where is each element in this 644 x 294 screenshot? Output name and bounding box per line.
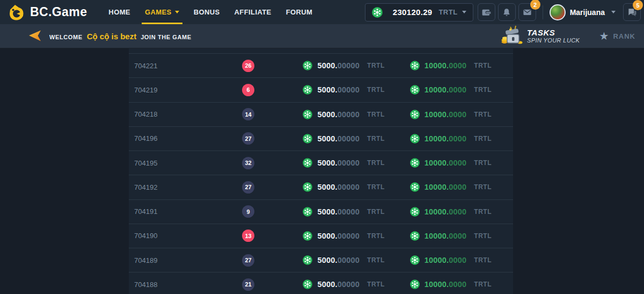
trtl-coin-icon xyxy=(410,207,420,217)
welcome-suffix: JOIN THE GAME xyxy=(141,34,192,40)
username[interactable]: Marijuana xyxy=(570,8,605,17)
welcome-prefix: WELCOME xyxy=(49,34,83,40)
result-cell: 27 xyxy=(209,132,287,145)
bet-currency: TRTL xyxy=(367,256,385,264)
result-number-badge: 13 xyxy=(242,230,254,242)
main-nav: HOME GAMES BONUS AFFILIATE FORUM xyxy=(108,0,312,24)
bet-value: 5000. xyxy=(317,183,337,191)
balance-selector[interactable]: 230120.29 TRTL xyxy=(365,3,473,21)
bet-value: 5000. xyxy=(317,110,337,119)
bet-currency: TRTL xyxy=(367,111,385,118)
nav-games[interactable]: GAMES xyxy=(145,0,179,24)
main-content: 704221 26 5000.00000 TRTL 10000.0000 TRT… xyxy=(0,48,644,294)
payout-currency: TRTL xyxy=(474,256,492,264)
trtl-coin-icon xyxy=(303,231,312,241)
amounts-cell: 5000.00000 TRTL 10000.0000 TRTL xyxy=(303,85,513,95)
payout-value: 10000. xyxy=(425,256,449,264)
trtl-coin-icon xyxy=(303,110,312,119)
payout-value: 10000. xyxy=(425,183,449,191)
chat-button[interactable]: 5 xyxy=(623,3,641,21)
notifications-button[interactable] xyxy=(498,3,516,21)
table-row[interactable]: 704192 27 5000.00000 TRTL 10000.0000 TRT… xyxy=(129,175,513,199)
avatar[interactable] xyxy=(550,4,566,20)
table-row[interactable]: 704191 9 5000.00000 TRTL 10000.0000 TRTL xyxy=(129,199,513,224)
result-cell: 14 xyxy=(209,108,287,120)
payout-fraction: 0000 xyxy=(449,85,466,94)
star-icon: ★ xyxy=(599,31,609,41)
bet-fraction: 00000 xyxy=(338,61,360,70)
payout-value: 10000. xyxy=(425,159,449,167)
balance-currency: TRTL xyxy=(438,8,457,16)
trtl-coin-icon xyxy=(303,158,312,168)
result-cell: 27 xyxy=(209,254,287,267)
bet-fraction: 00000 xyxy=(338,85,360,94)
result-number-badge: 27 xyxy=(242,132,254,145)
nav-bonus[interactable]: BONUS xyxy=(194,0,220,24)
result-number-badge: 6 xyxy=(242,84,254,96)
wallet-button[interactable] xyxy=(478,3,495,21)
header-divider xyxy=(543,5,543,19)
balance-amount: 230120.29 xyxy=(393,8,433,17)
result-cell: 32 xyxy=(209,157,287,169)
bet-fraction: 00000 xyxy=(338,159,360,167)
result-cell: 26 xyxy=(209,60,287,72)
round-id: 704196 xyxy=(129,134,209,142)
chevron-down-icon[interactable] xyxy=(611,11,616,13)
rank-widget[interactable]: ★ RANK xyxy=(599,24,636,48)
bet-amount: 5000.00000 TRTL xyxy=(303,207,384,217)
result-number-badge: 26 xyxy=(242,60,254,72)
round-id: 704195 xyxy=(129,159,209,167)
chevron-down-icon xyxy=(462,11,466,13)
table-row[interactable]: 704189 27 5000.00000 TRTL 10000.0000 TRT… xyxy=(129,248,513,272)
tasks-text: TASKS SPIN YOUR LUCK xyxy=(527,28,580,44)
round-id: 704192 xyxy=(129,183,209,191)
bcgame-logo[interactable]: BC.Game xyxy=(8,4,87,21)
amounts-cell: 5000.00000 TRTL 10000.0000 TRTL xyxy=(303,279,513,289)
table-row[interactable]: 704195 32 5000.00000 TRTL 10000.0000 TRT… xyxy=(129,150,513,175)
amounts-cell: 5000.00000 TRTL 10000.0000 TRTL xyxy=(303,255,513,265)
table-row[interactable]: 704219 6 5000.00000 TRTL 10000.0000 TRTL xyxy=(129,77,513,102)
nav-forum[interactable]: FORUM xyxy=(286,0,313,24)
payout-fraction: 0000 xyxy=(449,232,466,240)
payout-fraction: 0000 xyxy=(449,110,466,119)
trtl-coin-icon xyxy=(410,61,420,70)
nav-home[interactable]: HOME xyxy=(108,0,130,24)
round-id: 704219 xyxy=(129,86,209,94)
payout-amount: 10000.0000 TRTL xyxy=(410,279,492,289)
nav-affiliate[interactable]: AFFILIATE xyxy=(235,0,272,24)
bet-amount: 5000.00000 TRTL xyxy=(303,158,384,168)
payout-currency: TRTL xyxy=(474,62,492,69)
payout-fraction: 0000 xyxy=(449,207,466,216)
amounts-cell: 5000.00000 TRTL 10000.0000 TRTL xyxy=(303,158,513,168)
payout-amount: 10000.0000 TRTL xyxy=(410,61,492,70)
table-row[interactable]: 704218 14 5000.00000 TRTL 10000.0000 TRT… xyxy=(129,102,513,126)
tasks-widget[interactable]: TASKS SPIN YOUR LUCK xyxy=(499,24,580,48)
payout-currency: TRTL xyxy=(474,159,492,167)
brand-text: BC.Game xyxy=(30,5,87,19)
result-number-badge: 27 xyxy=(242,181,254,193)
result-cell: 6 xyxy=(209,84,287,96)
chat-count-badge: 5 xyxy=(633,0,643,10)
amounts-cell: 5000.00000 TRTL 10000.0000 TRTL xyxy=(303,134,513,144)
round-id: 704191 xyxy=(129,207,209,216)
welcome-username: Cộ cộ is bezt xyxy=(87,32,137,41)
mail-button[interactable]: 2 xyxy=(518,3,536,21)
top-header: BC.Game HOME GAMES BONUS AFFILIATE FORUM… xyxy=(0,0,644,24)
bet-amount: 5000.00000 TRTL xyxy=(303,61,384,70)
payout-amount: 10000.0000 TRTL xyxy=(410,85,492,95)
bet-currency: TRTL xyxy=(367,281,385,288)
amounts-cell: 5000.00000 TRTL 10000.0000 TRTL xyxy=(303,231,513,241)
result-number-badge: 14 xyxy=(242,108,254,120)
payout-value: 10000. xyxy=(425,61,449,70)
table-row[interactable]: 704190 13 5000.00000 TRTL 10000.0000 TRT… xyxy=(129,224,513,248)
table-row[interactable]: 704196 27 5000.00000 TRTL 10000.0000 TRT… xyxy=(129,126,513,150)
table-row[interactable]: 704221 26 5000.00000 TRTL 10000.0000 TRT… xyxy=(129,53,513,77)
payout-currency: TRTL xyxy=(474,111,492,118)
bet-amount: 5000.00000 TRTL xyxy=(303,279,384,289)
table-row[interactable]: 704188 21 5000.00000 TRTL 10000.0000 TRT… xyxy=(129,272,513,294)
bet-value: 5000. xyxy=(317,232,337,240)
payout-amount: 10000.0000 TRTL xyxy=(410,110,492,119)
payout-fraction: 0000 xyxy=(449,61,466,70)
bet-fraction: 00000 xyxy=(338,134,360,143)
tasks-title: TASKS xyxy=(527,28,580,37)
